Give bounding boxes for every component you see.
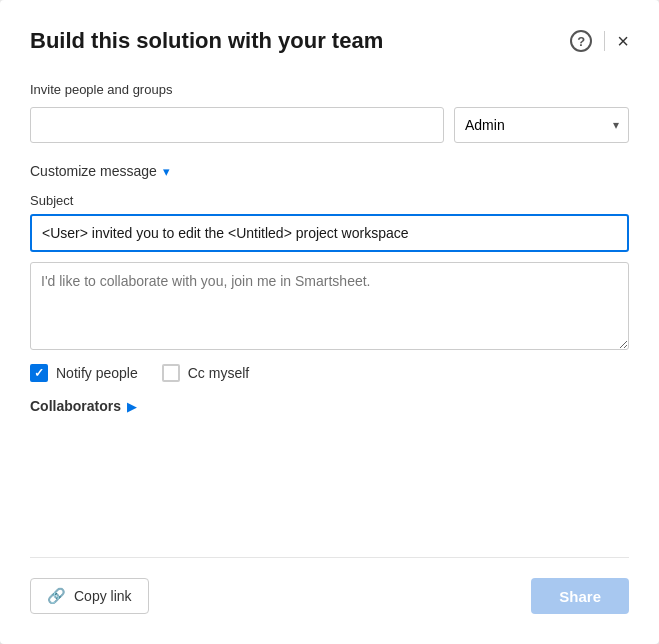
role-select[interactable]: Admin Editor Viewer Commenter: [454, 107, 629, 143]
spacer: [30, 434, 629, 557]
notify-people-checkbox[interactable]: [30, 364, 48, 382]
subject-input[interactable]: [30, 214, 629, 252]
chevron-right-icon: ▶: [127, 399, 137, 414]
modal-footer: 🔗 Copy link Share: [30, 557, 629, 614]
notify-row: Notify people Cc myself: [30, 364, 629, 382]
link-icon: 🔗: [47, 587, 66, 605]
header-actions: ? ×: [570, 30, 629, 52]
cc-myself-label: Cc myself: [188, 365, 249, 381]
copy-link-label: Copy link: [74, 588, 132, 604]
cc-myself-checkbox[interactable]: [162, 364, 180, 382]
modal-container: Build this solution with your team ? × I…: [0, 0, 659, 644]
vertical-divider: [604, 31, 605, 51]
customize-message-label: Customize message: [30, 163, 157, 179]
notify-people-checkbox-item[interactable]: Notify people: [30, 364, 138, 382]
notify-people-label: Notify people: [56, 365, 138, 381]
subject-label: Subject: [30, 193, 629, 208]
help-icon[interactable]: ?: [570, 30, 592, 52]
role-select-wrapper: Admin Editor Viewer Commenter ▾: [454, 107, 629, 143]
modal-header: Build this solution with your team ? ×: [30, 28, 629, 54]
share-button[interactable]: Share: [531, 578, 629, 614]
invite-input[interactable]: [30, 107, 444, 143]
customize-message-toggle[interactable]: Customize message ▾: [30, 163, 629, 179]
close-icon[interactable]: ×: [617, 31, 629, 51]
invite-section-label: Invite people and groups: [30, 82, 629, 97]
invite-row: Admin Editor Viewer Commenter ▾: [30, 107, 629, 143]
copy-link-button[interactable]: 🔗 Copy link: [30, 578, 149, 614]
collaborators-row[interactable]: Collaborators ▶: [30, 398, 629, 414]
message-textarea[interactable]: [30, 262, 629, 350]
modal-title: Build this solution with your team: [30, 28, 383, 54]
toggle-arrow-icon: ▾: [163, 164, 170, 179]
collaborators-label: Collaborators: [30, 398, 121, 414]
cc-myself-checkbox-item[interactable]: Cc myself: [162, 364, 249, 382]
